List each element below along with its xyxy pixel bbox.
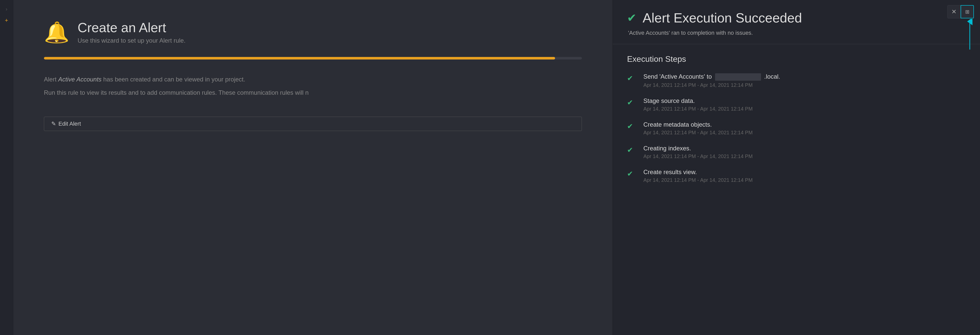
success-check-icon: ✔ xyxy=(627,12,636,24)
grid-icon: ⊞ xyxy=(965,9,969,15)
step-check-icon: ✔ xyxy=(627,74,636,83)
step-content: Create results view. Apr 14, 2021 12:14 … xyxy=(643,169,752,183)
step-2-title: Stage source data. xyxy=(643,97,752,104)
panel-header: ✔ Alert Execution Succeeded 'Active Acco… xyxy=(613,0,980,44)
panel-subtitle: 'Active Accounts' ran to completion with… xyxy=(627,30,966,36)
sidebar: › + xyxy=(0,0,13,335)
step-4-title: Creating indexes. xyxy=(643,145,752,152)
close-icon: ✕ xyxy=(951,8,956,15)
step-1-redacted xyxy=(715,73,761,81)
wizard-body-line1-suffix: has been created and can be viewed in yo… xyxy=(103,76,245,83)
steps-heading: Execution Steps xyxy=(627,54,966,64)
bell-icon: 🔔 xyxy=(44,22,69,43)
step-check-icon: ✔ xyxy=(627,146,636,154)
wizard-subtitle: Use this wizard to set up your Alert rul… xyxy=(78,37,186,44)
step-2-timestamp: Apr 14, 2021 12:14 PM - Apr 14, 2021 12:… xyxy=(643,106,752,112)
progress-bar-container xyxy=(44,57,582,59)
execution-steps: Execution Steps ✔ Send 'Active Accounts'… xyxy=(613,44,980,335)
wizard-title-block: Create an Alert Use this wizard to set u… xyxy=(78,21,186,44)
step-check-icon: ✔ xyxy=(627,122,636,131)
step-check-icon: ✔ xyxy=(627,169,636,178)
step-item: ✔ Create results view. Apr 14, 2021 12:1… xyxy=(627,169,966,183)
close-button[interactable]: ✕ xyxy=(947,5,961,18)
step-check-icon: ✔ xyxy=(627,98,636,107)
step-item: ✔ Send 'Active Accounts' to .local. Apr … xyxy=(627,73,966,88)
step-1-suffix: .local. xyxy=(764,73,780,80)
step-content: Creating indexes. Apr 14, 2021 12:14 PM … xyxy=(643,145,752,160)
wizard-body: Alert Active Accounts has been created a… xyxy=(44,75,582,101)
wizard-content: 🔔 Create an Alert Use this wizard to set… xyxy=(13,0,612,335)
edit-alert-button[interactable]: ✎ Edit Alert xyxy=(44,117,582,131)
step-item: ✔ Creating indexes. Apr 14, 2021 12:14 P… xyxy=(627,145,966,160)
step-item: ✔ Create metadata objects. Apr 14, 2021 … xyxy=(627,121,966,136)
grid-button[interactable]: ⊞ xyxy=(961,5,974,18)
sidebar-add-icon[interactable]: + xyxy=(5,17,8,24)
panel-title: Alert Execution Succeeded xyxy=(643,10,802,26)
step-3-title: Create metadata objects. xyxy=(643,121,752,128)
step-1-timestamp: Apr 14, 2021 12:14 PM - Apr 14, 2021 12:… xyxy=(643,82,780,88)
step-content: Create metadata objects. Apr 14, 2021 12… xyxy=(643,121,752,136)
edit-icon: ✎ xyxy=(51,121,56,127)
wizard-alert-name: Active Accounts xyxy=(58,76,102,83)
step-title: Send 'Active Accounts' to .local. xyxy=(643,73,780,81)
edit-alert-label: Edit Alert xyxy=(59,121,81,127)
step-item: ✔ Stage source data. Apr 14, 2021 12:14 … xyxy=(627,97,966,112)
right-panel: ✔ Alert Execution Succeeded 'Active Acco… xyxy=(612,0,980,335)
wizard-body-line1: Alert Active Accounts has been created a… xyxy=(44,75,582,84)
wizard-header: 🔔 Create an Alert Use this wizard to set… xyxy=(44,21,582,44)
step-1-prefix: Send 'Active Accounts' to xyxy=(643,73,714,80)
wizard-title: Create an Alert xyxy=(78,21,186,35)
step-5-timestamp: Apr 14, 2021 12:14 PM - Apr 14, 2021 12:… xyxy=(643,177,752,183)
progress-bar-fill xyxy=(44,57,555,59)
step-5-title: Create results view. xyxy=(643,169,752,175)
wizard-body-line2: Run this rule to view its results and to… xyxy=(44,88,582,97)
step-content: Stage source data. Apr 14, 2021 12:14 PM… xyxy=(643,97,752,112)
sidebar-collapse-icon[interactable]: › xyxy=(6,6,7,12)
panel-title-row: ✔ Alert Execution Succeeded xyxy=(627,10,966,26)
arrow-up-svg xyxy=(966,19,974,49)
main-area: 🔔 Create an Alert Use this wizard to set… xyxy=(13,0,612,335)
step-4-timestamp: Apr 14, 2021 12:14 PM - Apr 14, 2021 12:… xyxy=(643,153,752,160)
arrow-up-indicator xyxy=(966,19,974,49)
panel-actions: ✕ ⊞ xyxy=(947,5,974,18)
step-3-timestamp: Apr 14, 2021 12:14 PM - Apr 14, 2021 12:… xyxy=(643,130,752,136)
step-content: Send 'Active Accounts' to .local. Apr 14… xyxy=(643,73,780,88)
